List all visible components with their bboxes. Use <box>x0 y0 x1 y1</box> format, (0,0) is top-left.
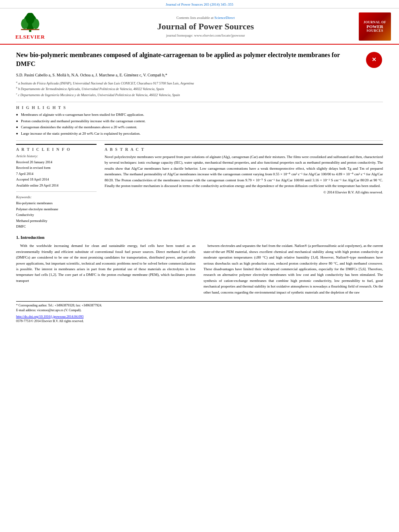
crossmark-icon: ✕ <box>366 52 382 68</box>
keywords-list: Bio-polymeric membranes Polymer electrol… <box>16 200 97 229</box>
journal-homepage: journal homepage: www.elsevier.com/locat… <box>52 33 359 37</box>
divider-keywords <box>16 191 97 192</box>
journal-header: ELSEVIER Contents lists available at Sci… <box>0 8 399 45</box>
email-line: E-mail address: vicomoo@ter.upv.es (V. C… <box>16 308 383 313</box>
abstract-section: A B S T R A C T Novel polyelectrolyte me… <box>105 144 383 194</box>
svg-rect-5 <box>21 29 39 30</box>
journal-logo-thumbnail: JOURNAL OF POWER SOURCES <box>359 12 391 41</box>
keyword-item: Conductivity <box>16 212 97 218</box>
keyword-item: Polymer electrolyte membrane <box>16 206 97 212</box>
abstract-label: A B S T R A C T <box>105 147 383 152</box>
highlight-item: Carrageenan diminishes the stability of … <box>16 125 383 130</box>
journal-title: Journal of Power Sources <box>52 21 359 32</box>
authors-line: S.D. Pasini Cabello a, S. Mollá b, N.A. … <box>16 72 383 78</box>
keyword-item: Methanol permeability <box>16 218 97 224</box>
keyword-item: Bio-polymeric membranes <box>16 200 97 206</box>
highlights-section: H I G H L I G H T S Membranes of alginat… <box>16 105 383 136</box>
keyword-item: DMFC <box>16 224 97 229</box>
copyright-notice: © 2014 Elsevier B.V. All rights reserved… <box>105 190 383 194</box>
introduction-section: 1. Introduction With the worldwide incre… <box>16 235 383 295</box>
highlights-label: H I G H L I G H T S <box>16 105 383 110</box>
date-received: Received 20 January 2014 Received in rev… <box>16 159 97 188</box>
logo-line1: JOURNAL OF <box>364 21 386 24</box>
section-title: 1. Introduction <box>16 235 383 240</box>
elsevier-tree-icon <box>18 13 42 33</box>
highlight-item: Proton conductivity and methanol permeab… <box>16 119 383 124</box>
crossmark-badge: ✕ <box>365 51 383 69</box>
article-info-section: A R T I C L E I N F O Article history: R… <box>16 144 97 229</box>
highlights-list: Membranes of alginate with κ-carrageenan… <box>16 112 383 136</box>
article-title: New bio-polymeric membranes composed of … <box>16 51 383 69</box>
article-info-label: A R T I C L E I N F O <box>16 147 97 152</box>
affiliation-a: a a Instituto de Física Aplicada (INFAP)… <box>16 80 383 86</box>
contents-line: Contents lists available at ScienceDirec… <box>52 16 359 20</box>
logo-line3: SOURCES <box>366 29 383 33</box>
divider-top <box>16 102 383 102</box>
article-info-column: A R T I C L E I N F O Article history: R… <box>16 144 97 229</box>
logo-line2: POWER <box>366 24 383 29</box>
highlight-item: Large increase of the static permittivit… <box>16 131 383 137</box>
corresponding-author: * Corresponding author. Tel.: +349638793… <box>16 303 383 308</box>
keywords-label: Keywords: <box>16 195 97 199</box>
elsevier-logo: ELSEVIER <box>8 13 52 40</box>
journal-citation: Journal of Power Sources 265 (2014) 345–… <box>166 2 233 6</box>
intro-columns: With the worldwide increasing demand for… <box>16 243 383 295</box>
two-column-layout: A R T I C L E I N F O Article history: R… <box>16 144 383 229</box>
abstract-column: A B S T R A C T Novel polyelectrolyte me… <box>105 144 383 229</box>
sciencedirect-link[interactable]: ScienceDirect <box>214 16 234 20</box>
svg-point-4 <box>26 13 35 24</box>
history-block: Article history: Received 20 January 201… <box>16 154 97 188</box>
main-content: New bio-polymeric membranes composed of … <box>0 45 399 331</box>
intro-text-right: between electrodes and separates the fue… <box>204 243 383 295</box>
intro-text-left: With the worldwide increasing demand for… <box>16 243 195 283</box>
issn-line: 0378-7753/© 2014 Elsevier B.V. All right… <box>16 319 383 323</box>
affiliation-c: c c Departamento de Ingeniería Mecánica … <box>16 92 383 98</box>
journal-center: Contents lists available at ScienceDirec… <box>52 16 359 37</box>
elsevier-brand: ELSEVIER <box>15 34 45 40</box>
doi-link[interactable]: http://dx.doi.org/10.1016/j.jpowsour.201… <box>16 314 383 318</box>
abstract-text: Novel polyelectrolyte membranes were pre… <box>105 154 383 189</box>
affiliations: a a Instituto de Física Aplicada (INFAP)… <box>16 80 383 98</box>
footnote-area: * Corresponding author. Tel.: +349638793… <box>16 301 383 323</box>
top-bar: Journal of Power Sources 265 (2014) 345–… <box>0 0 399 8</box>
intro-left-col: With the worldwide increasing demand for… <box>16 243 195 295</box>
divider-mid <box>16 140 383 141</box>
affiliation-b: b b Departamento de Termodinámica Aplica… <box>16 86 383 92</box>
history-label: Article history: <box>16 154 97 158</box>
intro-right-col: between electrodes and separates the fue… <box>204 243 383 295</box>
highlight-item: Membranes of alginate with κ-carrageenan… <box>16 112 383 118</box>
keywords-section: Keywords: Bio-polymeric membranes Polyme… <box>16 195 97 229</box>
